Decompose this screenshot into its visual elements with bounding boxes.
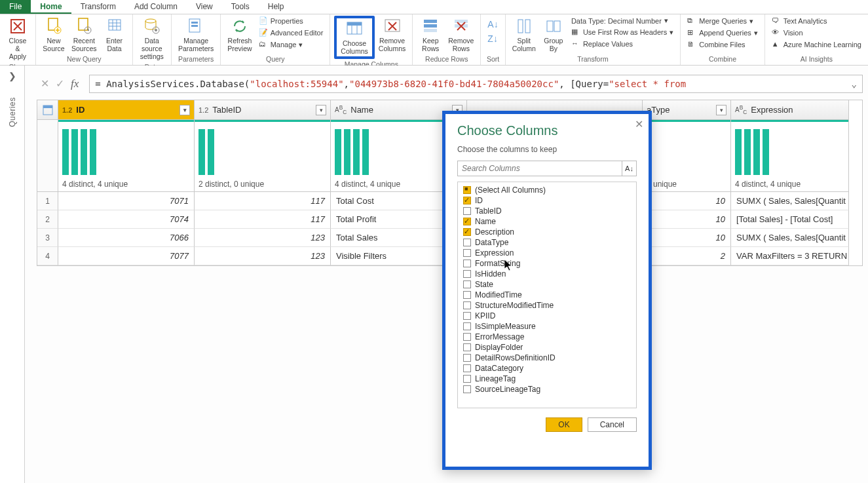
column-item[interactable]: TableID [458,206,636,216]
cell-atype[interactable]: 10 [643,229,731,247]
column-item[interactable]: Description [458,227,636,237]
column-item[interactable]: ModifiedTime [458,290,636,300]
refresh-preview-button[interactable]: Refresh Preview [225,16,254,54]
column-item[interactable]: DataType [458,237,636,248]
column-item[interactable]: ID [458,195,636,206]
advanced-editor-button[interactable]: 📝Advanced Editor [256,28,326,38]
checkbox-icon[interactable] [463,312,471,320]
checkbox-icon[interactable] [463,280,471,288]
tab-view[interactable]: View [187,0,222,14]
cell-atype[interactable]: 2 [643,247,731,265]
checkbox-icon[interactable] [463,343,471,351]
column-item[interactable]: DetailRowsDefinitionID [458,353,636,363]
checkbox-icon[interactable] [463,291,471,299]
checkbox-icon[interactable] [463,260,471,267]
cell-tableid[interactable]: 117 [195,210,331,229]
cell-id[interactable]: 7077 [58,247,195,265]
manage-button[interactable]: 🗂Manage ▾ [256,39,326,50]
sort-columns-button[interactable]: A↓ [622,161,637,176]
column-header-atype[interactable]: aType ▾ [643,100,731,120]
expand-queries-button[interactable]: ❯ [9,71,16,81]
combine-files-button[interactable]: 🗎Combine Files [685,39,761,50]
first-row-headers-button[interactable]: ▦Use First Row as Headers ▾ [569,27,676,37]
merge-queries-button[interactable]: ⧉Merge Queries ▾ [685,16,761,26]
column-header-expression[interactable]: ABC Expression [731,100,849,120]
dialog-close-button[interactable]: ✕ [635,118,643,130]
cell-expression[interactable]: SUMX ( Sales, Sales[Quantit [731,192,849,210]
column-item[interactable]: ErrorMessage [458,332,636,342]
tab-file[interactable]: File [0,0,31,14]
checkbox-icon[interactable] [463,301,471,309]
select-all-item[interactable]: (Select All Columns) [458,185,636,195]
column-item[interactable]: IsHidden [458,269,636,279]
checkbox-icon[interactable] [463,197,471,204]
checkbox-icon[interactable] [463,364,471,372]
column-item[interactable]: DataCategory [458,363,636,374]
checkbox-icon[interactable] [463,239,471,246]
table-corner[interactable] [37,100,58,120]
commit-formula-icon[interactable]: ✓ [56,77,64,90]
azure-ml-button[interactable]: ▲Azure Machine Learning [769,39,864,50]
properties-button[interactable]: 📄Properties [256,16,326,26]
data-source-settings-button[interactable]: Data source settings [137,16,167,62]
column-item[interactable]: Expression [458,248,636,258]
tab-add-column[interactable]: Add Column [125,0,187,14]
column-header-id[interactable]: 1.2 ID ▾ [58,100,195,120]
tab-home[interactable]: Home [31,0,71,14]
group-by-button[interactable]: Group By [540,16,567,54]
checkbox-icon[interactable] [463,228,471,236]
vision-button[interactable]: 👁Vision [769,28,864,38]
checkbox-icon[interactable] [463,375,471,383]
cancel-formula-icon[interactable]: ✕ [41,77,49,90]
replace-values-button[interactable]: ↔Replace Values [569,39,676,49]
column-item[interactable]: StructureModifiedTime [458,300,636,311]
tab-transform[interactable]: Transform [71,0,125,14]
remove-columns-button[interactable]: Remove Columns [376,16,408,54]
column-item[interactable]: KPIID [458,311,636,321]
cell-expression[interactable]: VAR MaxFilters = 3 RETURN [731,247,849,265]
filter-tableid-button[interactable]: ▾ [316,105,326,115]
manage-parameters-button[interactable]: Manage Parameters [176,16,216,54]
cell-expression[interactable]: SUMX ( Sales, Sales[Quantit [731,229,849,247]
append-queries-button[interactable]: ⊞Append Queries ▾ [685,28,761,38]
column-item[interactable]: IsSimpleMeasure [458,321,636,332]
cell-tableid[interactable]: 123 [195,229,331,247]
cell-id[interactable]: 7066 [58,229,195,247]
data-type-button[interactable]: Data Type: Decimal Number ▾ [569,16,676,26]
sort-asc-button[interactable]: A↓ [485,18,500,30]
column-item[interactable]: State [458,279,636,290]
checkbox-icon[interactable] [463,385,471,393]
keep-rows-button[interactable]: Keep Rows [417,16,444,54]
fx-icon[interactable]: fx [71,77,79,90]
search-columns-input[interactable] [457,161,622,176]
column-item[interactable]: LineageTag [458,374,636,384]
checkbox-icon[interactable] [463,333,471,341]
checkbox-icon[interactable] [463,218,471,225]
column-item[interactable]: SourceLineageTag [458,384,636,395]
text-analytics-button[interactable]: 🗨Text Analytics [769,16,864,26]
remove-rows-button[interactable]: Remove Rows [445,16,476,54]
ok-button[interactable]: OK [546,417,582,432]
checkbox-icon[interactable] [463,322,471,330]
cell-atype[interactable]: 10 [643,192,731,210]
split-column-button[interactable]: Split Column [510,16,538,54]
column-item[interactable]: DisplayFolder [458,342,636,353]
enter-data-button[interactable]: Enter Data [101,16,128,54]
formula-expand-icon[interactable]: ⌄ [852,79,857,89]
checkbox-icon[interactable] [463,207,471,215]
cell-id[interactable]: 7071 [58,192,195,210]
cell-tableid[interactable]: 123 [195,247,331,265]
filter-atype-button[interactable]: ▾ [716,105,726,115]
column-item[interactable]: FormatString [458,258,636,269]
checkbox-mixed-icon[interactable] [463,186,471,194]
formula-input[interactable]: = AnalysisServices.Database( "localhost:… [89,75,863,93]
column-item[interactable]: Name [458,216,636,227]
sort-desc-button[interactable]: Z↓ [485,33,500,45]
cell-expression[interactable]: [Total Sales] - [Total Cost] [731,210,849,229]
column-header-tableid[interactable]: 1.2 TableID ▾ [195,100,331,120]
checkbox-icon[interactable] [463,354,471,362]
filter-id-button[interactable]: ▾ [179,105,190,115]
choose-columns-button[interactable]: Choose Columns [334,16,374,59]
checkbox-icon[interactable] [463,270,471,278]
cell-atype[interactable]: 10 [643,210,731,229]
